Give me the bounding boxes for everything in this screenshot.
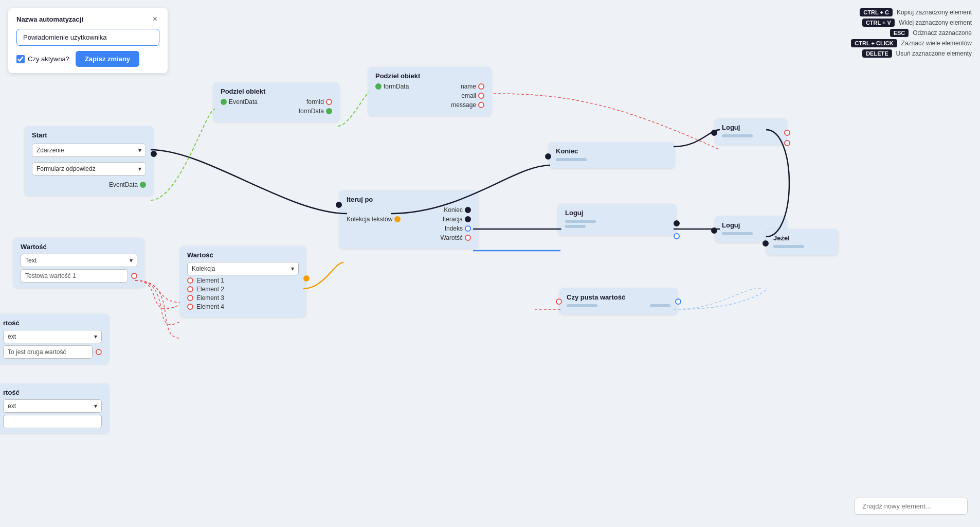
czy-pusta-node[interactable]: Czy pusta wartość xyxy=(559,288,678,314)
wartosic1-panel: Wartość Text ▾ xyxy=(13,238,144,288)
shortcut-desc-4: Usuń zaznaczone elementy xyxy=(896,50,972,57)
iteruj-kolekcja-connector[interactable] xyxy=(394,216,401,222)
wartosic2-element3-row: Element 3 xyxy=(187,294,299,302)
loguj1-node[interactable]: Loguj xyxy=(558,204,676,235)
automation-name-input[interactable] xyxy=(16,29,159,46)
wartosic3-input[interactable] xyxy=(3,345,93,359)
loguj2-node[interactable]: Loguj xyxy=(715,118,787,145)
podziel1-formdata-connector[interactable] xyxy=(326,108,332,114)
active-checkbox[interactable] xyxy=(16,55,25,63)
start-node-title: Start xyxy=(32,131,146,139)
wartosic3-input-row xyxy=(3,345,102,359)
wartosic3-connector[interactable] xyxy=(96,349,102,355)
wartosic2-element2-label: Element 2 xyxy=(196,286,224,293)
podziel2-email-connector[interactable] xyxy=(478,93,484,99)
jezel-node[interactable]: Jeżel xyxy=(766,229,838,255)
iteruj-main-connector[interactable] xyxy=(336,202,342,208)
loguj1-title: Loguj xyxy=(565,209,669,217)
podziel1-input-connector[interactable] xyxy=(221,99,227,105)
podziel1-formid-connector[interactable] xyxy=(326,99,332,105)
iteruj-iteracja-connector[interactable] xyxy=(465,216,471,222)
iteruj-row2: Kolekcja tekstów Iteracja xyxy=(347,216,471,223)
loguj1-bar2 xyxy=(565,225,586,228)
czy-pusta-bar-row xyxy=(567,304,670,307)
shortcut-row-3: CTRL + CLICK Zaznacz wiele elementów xyxy=(851,39,972,47)
koniec-main-connector[interactable] xyxy=(545,153,551,160)
jezel-main-connector[interactable] xyxy=(763,240,769,247)
podziel1-formdata-label: formData xyxy=(299,108,324,115)
wartosic2-title: Wartość xyxy=(187,251,299,259)
panel-header: Nazwa automatyzacji × xyxy=(16,14,159,24)
start-event-select[interactable]: Zdarzenie ▾ xyxy=(32,144,146,157)
wartosic1-input[interactable] xyxy=(21,269,128,283)
loguj2-bar xyxy=(722,134,753,137)
loguj2-right-connector[interactable] xyxy=(784,130,790,136)
search-input[interactable] xyxy=(855,498,968,515)
koniec-node[interactable]: Koniec xyxy=(549,142,675,168)
start-node-output: EventData xyxy=(32,181,146,188)
podziel2-message-connector[interactable] xyxy=(478,102,484,108)
wartosic2-element3-connector[interactable] xyxy=(187,295,193,301)
podziel1-node[interactable]: Podziel obiekt EventData formId formData xyxy=(213,82,339,122)
active-label: Czy aktywna? xyxy=(28,55,69,63)
iteruj-warotsz-connector[interactable] xyxy=(465,235,471,241)
start-form-select[interactable]: Formularz odpowiedz ▾ xyxy=(32,162,146,175)
loguj1-bar xyxy=(565,220,596,223)
wartosic2-element4-connector[interactable] xyxy=(187,304,193,310)
wartosic4-type-select[interactable]: ext ▾ xyxy=(3,399,102,413)
shortcut-key-4: DELETE xyxy=(862,49,892,58)
czy-pusta-left-connector[interactable] xyxy=(556,298,562,305)
iteruj-row3: Indeks xyxy=(347,225,471,232)
wartosic3-title: rtość xyxy=(3,319,102,327)
loguj3-main-connector[interactable] xyxy=(711,227,717,234)
wartosic2-kolekcja-connector[interactable] xyxy=(303,275,310,282)
podziel2-message-label: message xyxy=(451,101,476,109)
start-eventdata-label: EventData xyxy=(109,181,138,188)
wartosic1-input-row xyxy=(21,269,137,283)
wartosic2-element4-row: Element 4 xyxy=(187,303,299,310)
panel-actions: Czy aktywna? Zapisz zmiany xyxy=(16,51,159,67)
podziel2-node[interactable]: Podziel obiekt formData name email messa… xyxy=(368,67,492,116)
loguj1-iteracia-connector[interactable] xyxy=(674,220,680,226)
close-button[interactable]: × xyxy=(151,14,159,24)
wartosic1-connector[interactable] xyxy=(131,273,137,279)
podziel2-formdata-label: formData xyxy=(384,83,409,90)
start-node-row1: Zdarzenie ▾ xyxy=(32,142,146,159)
iteruj-node[interactable]: Iteruj po Koniec Kolekcja tekstów Iterac… xyxy=(339,190,478,249)
loguj1-indeks-connector[interactable] xyxy=(674,233,680,239)
podziel2-name-connector[interactable] xyxy=(478,83,484,90)
iteruj-kolekcja-label: Kolekcja tekstów xyxy=(347,216,392,223)
iteruj-indeks-connector[interactable] xyxy=(465,225,471,232)
start-eventdata-connector[interactable] xyxy=(140,182,146,188)
wartosic1-type-select[interactable]: Text ▾ xyxy=(21,254,137,267)
shortcut-key-0: CTRL + C xyxy=(860,8,893,16)
shortcuts-panel: CTRL + C Kopiuj zaznaczony element CTRL … xyxy=(851,8,972,58)
koniec-bar xyxy=(556,158,587,161)
wartosic2-element1-connector[interactable] xyxy=(187,277,193,284)
iteruj-koniec-label: Koniec xyxy=(444,206,463,214)
wartosic2-type-select[interactable]: Kolekcja ▾ xyxy=(187,262,299,275)
wartosic3-type-select[interactable]: ext ▾ xyxy=(3,330,102,343)
podziel2-input-connector[interactable] xyxy=(375,83,382,90)
czy-pusta-right-connector[interactable] xyxy=(675,298,681,305)
wartosic2-element3-label: Element 3 xyxy=(196,294,224,302)
wartosic4-input[interactable] xyxy=(3,415,102,428)
start-node[interactable]: Start Zdarzenie ▾ Formularz odpowiedz ▾ … xyxy=(25,126,153,196)
shortcut-desc-1: Wklej zaznaczony element xyxy=(899,19,972,26)
start-main-connector[interactable] xyxy=(151,151,157,157)
podziel1-output2-row: formData xyxy=(221,108,332,115)
loguj3-bar xyxy=(722,232,753,235)
shortcut-row-0: CTRL + C Kopiuj zaznaczony element xyxy=(860,8,972,16)
wartosic1-title: Wartość xyxy=(21,243,137,251)
wartosic2-panel: Wartość Kolekcja ▾ Element 1 Element 2 E… xyxy=(180,246,306,317)
wartosic2-element2-connector[interactable] xyxy=(187,286,193,292)
iteruj-koniec-connector[interactable] xyxy=(465,207,471,213)
loguj2-main-connector[interactable] xyxy=(711,130,717,136)
czy-pusta-bar2 xyxy=(650,304,670,307)
save-button[interactable]: Zapisz zmiany xyxy=(76,51,139,67)
czy-pusta-title: Czy pusta wartość xyxy=(567,293,670,301)
loguj2-right2-connector[interactable] xyxy=(784,140,790,146)
active-checkbox-label[interactable]: Czy aktywna? xyxy=(16,55,69,63)
loguj1-bar2-row xyxy=(565,225,669,228)
koniec-title: Koniec xyxy=(556,147,667,155)
